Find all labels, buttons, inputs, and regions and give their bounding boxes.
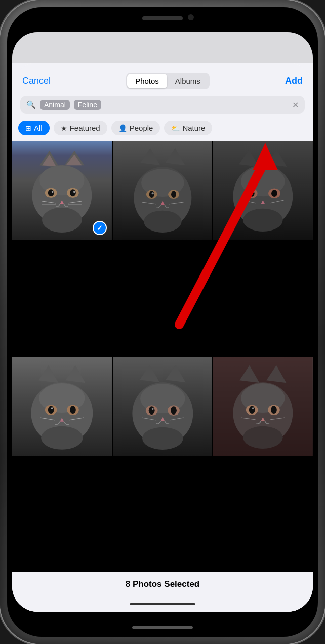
photo-cell-4[interactable] — [12, 357, 112, 456]
filter-people[interactable]: 👤 People — [111, 121, 160, 135]
nature-icon: ⛅ — [171, 124, 180, 132]
filter-nature-label: Nature — [182, 124, 205, 132]
photos-tab[interactable]: Photos — [127, 74, 167, 88]
svg-point-28 — [151, 192, 153, 194]
phone-frame: Cancel Photos Albums Add 🔍 Animal Feline… — [0, 0, 325, 644]
svg-point-32 — [144, 211, 182, 233]
grid-icon: ⊞ — [25, 124, 31, 132]
filter-all[interactable]: ⊞ All — [18, 121, 50, 135]
svg-point-18 — [42, 208, 82, 233]
photo-cell-5[interactable] — [113, 357, 213, 456]
filter-nature[interactable]: ⛅ Nature — [164, 121, 212, 135]
photo-4 — [12, 357, 112, 456]
svg-point-11 — [52, 191, 54, 193]
photo-6 — [213, 357, 313, 456]
photo-cell-1[interactable] — [12, 141, 112, 240]
search-icon: 🔍 — [26, 100, 36, 109]
star-icon: ★ — [61, 124, 67, 132]
person-icon: 👤 — [118, 124, 127, 132]
filter-people-label: People — [130, 124, 153, 132]
svg-point-68 — [148, 406, 154, 415]
camera — [188, 14, 194, 20]
svg-point-83 — [249, 406, 255, 414]
home-bar-line — [130, 603, 195, 605]
filter-featured-label: Featured — [70, 124, 100, 132]
svg-point-42 — [252, 191, 254, 193]
svg-point-10 — [70, 189, 76, 196]
speaker — [142, 16, 183, 20]
photo-cell-3[interactable] — [213, 141, 313, 240]
dim-background — [12, 32, 313, 63]
svg-point-55 — [70, 406, 76, 414]
svg-point-84 — [271, 406, 277, 414]
home-bar — [12, 596, 313, 612]
clear-search-button[interactable]: ✕ — [292, 100, 299, 110]
svg-point-60 — [41, 426, 83, 449]
filter-bar: ⊞ All ★ Featured 👤 People ⛅ Nature — [12, 119, 313, 141]
animal-tag[interactable]: Animal — [40, 100, 70, 110]
svg-point-85 — [252, 407, 254, 409]
albums-tab[interactable]: Albums — [167, 74, 209, 88]
search-bar[interactable]: 🔍 Animal Feline ✕ — [20, 96, 305, 114]
selected-badge-1 — [93, 221, 107, 235]
photo-5 — [113, 357, 213, 456]
svg-point-26 — [149, 191, 154, 198]
screen-content: Cancel Photos Albums Add 🔍 Animal Feline… — [12, 32, 313, 612]
svg-point-54 — [48, 406, 54, 414]
filter-all-label: All — [34, 124, 43, 132]
filter-featured[interactable]: ★ Featured — [54, 121, 107, 135]
svg-point-40 — [249, 190, 255, 197]
segment-control: Photos Albums — [126, 73, 210, 89]
svg-point-12 — [73, 191, 75, 193]
feline-tag[interactable]: Feline — [74, 100, 101, 110]
phone-screen: Cancel Photos Albums Add 🔍 Animal Feline… — [7, 7, 318, 637]
photo-2 — [113, 141, 213, 240]
svg-point-27 — [171, 191, 176, 198]
modal-header: Cancel Photos Albums Add — [12, 63, 313, 89]
svg-point-41 — [271, 190, 277, 197]
svg-point-70 — [151, 408, 153, 410]
photo-picker-modal: Cancel Photos Albums Add 🔍 Animal Feline… — [12, 63, 313, 612]
home-indicator[interactable] — [132, 626, 193, 629]
photo-grid — [12, 141, 313, 572]
svg-point-9 — [48, 189, 54, 196]
svg-point-69 — [171, 406, 177, 415]
photo-cell-2[interactable] — [113, 141, 213, 240]
svg-point-46 — [243, 209, 283, 232]
photo-cell-6[interactable] — [213, 357, 313, 456]
svg-point-89 — [243, 426, 283, 448]
svg-point-56 — [51, 407, 53, 409]
cancel-button[interactable]: Cancel — [22, 76, 51, 86]
photo-3 — [213, 141, 313, 240]
svg-point-74 — [142, 427, 183, 449]
selection-status: 8 Photos Selected — [12, 572, 313, 596]
add-button[interactable]: Add — [285, 76, 303, 86]
